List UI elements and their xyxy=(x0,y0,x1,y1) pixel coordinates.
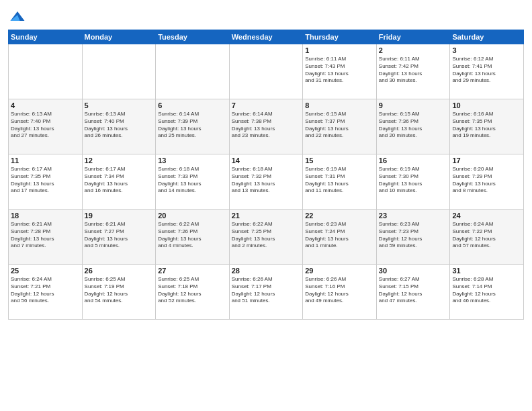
logo xyxy=(8,7,30,26)
calendar-cell: 24Sunrise: 6:24 AM Sunset: 7:22 PM Dayli… xyxy=(450,210,524,265)
day-info: Sunrise: 6:27 AM Sunset: 7:15 PM Dayligh… xyxy=(379,276,448,305)
day-number: 3 xyxy=(452,46,521,54)
day-number: 31 xyxy=(452,267,521,275)
day-info: Sunrise: 6:25 AM Sunset: 7:19 PM Dayligh… xyxy=(85,276,154,305)
calendar-cell: 11Sunrise: 6:17 AM Sunset: 7:35 PM Dayli… xyxy=(9,154,83,210)
calendar-cell: 6Sunrise: 6:14 AM Sunset: 7:39 PM Daylig… xyxy=(156,99,230,154)
calendar-cell xyxy=(9,44,83,99)
calendar-cell: 17Sunrise: 6:20 AM Sunset: 7:29 PM Dayli… xyxy=(450,154,524,210)
day-info: Sunrise: 6:23 AM Sunset: 7:23 PM Dayligh… xyxy=(379,221,448,250)
day-number: 18 xyxy=(11,212,80,220)
calendar-cell: 8Sunrise: 6:15 AM Sunset: 7:37 PM Daylig… xyxy=(303,99,377,154)
day-info: Sunrise: 6:11 AM Sunset: 7:42 PM Dayligh… xyxy=(379,56,448,85)
day-info: Sunrise: 6:24 AM Sunset: 7:21 PM Dayligh… xyxy=(11,276,80,305)
day-number: 24 xyxy=(452,212,521,220)
calendar-cell: 23Sunrise: 6:23 AM Sunset: 7:23 PM Dayli… xyxy=(376,210,450,265)
day-number: 15 xyxy=(305,156,374,165)
calendar-cell: 9Sunrise: 6:15 AM Sunset: 7:36 PM Daylig… xyxy=(376,99,450,154)
day-info: Sunrise: 6:22 AM Sunset: 7:25 PM Dayligh… xyxy=(232,221,301,250)
day-info: Sunrise: 6:26 AM Sunset: 7:16 PM Dayligh… xyxy=(305,276,374,305)
day-info: Sunrise: 6:14 AM Sunset: 7:39 PM Dayligh… xyxy=(158,111,227,140)
calendar-cell: 31Sunrise: 6:28 AM Sunset: 7:14 PM Dayli… xyxy=(450,265,524,320)
header xyxy=(8,7,524,26)
day-info: Sunrise: 6:17 AM Sunset: 7:34 PM Dayligh… xyxy=(85,166,154,195)
calendar-cell xyxy=(229,44,303,99)
day-header-thursday: Thursday xyxy=(303,30,377,44)
calendar-cell: 14Sunrise: 6:18 AM Sunset: 7:32 PM Dayli… xyxy=(229,154,303,210)
day-header-wednesday: Wednesday xyxy=(229,30,303,44)
day-header-tuesday: Tuesday xyxy=(156,30,230,44)
day-info: Sunrise: 6:19 AM Sunset: 7:30 PM Dayligh… xyxy=(379,166,448,195)
logo-icon xyxy=(8,7,27,26)
week-row-0: 1Sunrise: 6:11 AM Sunset: 7:43 PM Daylig… xyxy=(9,44,524,99)
day-number: 10 xyxy=(452,101,521,109)
day-number: 17 xyxy=(452,156,521,165)
week-row-3: 18Sunrise: 6:21 AM Sunset: 7:28 PM Dayli… xyxy=(9,210,524,265)
day-info: Sunrise: 6:16 AM Sunset: 7:35 PM Dayligh… xyxy=(452,111,521,140)
day-info: Sunrise: 6:17 AM Sunset: 7:35 PM Dayligh… xyxy=(11,166,80,195)
day-number: 13 xyxy=(158,156,227,165)
day-number: 8 xyxy=(305,101,374,109)
calendar-cell: 5Sunrise: 6:13 AM Sunset: 7:40 PM Daylig… xyxy=(82,99,156,154)
calendar-cell: 21Sunrise: 6:22 AM Sunset: 7:25 PM Dayli… xyxy=(229,210,303,265)
calendar-cell: 7Sunrise: 6:14 AM Sunset: 7:38 PM Daylig… xyxy=(229,99,303,154)
day-header-saturday: Saturday xyxy=(450,30,524,44)
day-number: 27 xyxy=(158,267,227,275)
day-number: 11 xyxy=(11,156,80,165)
day-info: Sunrise: 6:13 AM Sunset: 7:40 PM Dayligh… xyxy=(11,111,80,140)
calendar-cell: 13Sunrise: 6:18 AM Sunset: 7:33 PM Dayli… xyxy=(156,154,230,210)
calendar-cell: 18Sunrise: 6:21 AM Sunset: 7:28 PM Dayli… xyxy=(9,210,83,265)
calendar-cell: 1Sunrise: 6:11 AM Sunset: 7:43 PM Daylig… xyxy=(303,44,377,99)
calendar-cell: 16Sunrise: 6:19 AM Sunset: 7:30 PM Dayli… xyxy=(376,154,450,210)
day-info: Sunrise: 6:26 AM Sunset: 7:17 PM Dayligh… xyxy=(232,276,301,305)
day-info: Sunrise: 6:28 AM Sunset: 7:14 PM Dayligh… xyxy=(452,276,521,305)
calendar-cell: 12Sunrise: 6:17 AM Sunset: 7:34 PM Dayli… xyxy=(82,154,156,210)
week-row-1: 4Sunrise: 6:13 AM Sunset: 7:40 PM Daylig… xyxy=(9,99,524,154)
calendar-table: SundayMondayTuesdayWednesdayThursdayFrid… xyxy=(8,30,524,320)
day-number: 2 xyxy=(379,46,448,54)
week-row-2: 11Sunrise: 6:17 AM Sunset: 7:35 PM Dayli… xyxy=(9,154,524,210)
day-info: Sunrise: 6:11 AM Sunset: 7:43 PM Dayligh… xyxy=(305,56,374,85)
day-number: 14 xyxy=(232,156,301,165)
day-number: 26 xyxy=(85,267,154,275)
day-number: 28 xyxy=(232,267,301,275)
calendar-cell xyxy=(156,44,230,99)
day-number: 25 xyxy=(11,267,80,275)
day-number: 30 xyxy=(379,267,448,275)
main-container: SundayMondayTuesdayWednesdayThursdayFrid… xyxy=(0,0,532,411)
calendar-cell: 25Sunrise: 6:24 AM Sunset: 7:21 PM Dayli… xyxy=(9,265,83,320)
day-info: Sunrise: 6:15 AM Sunset: 7:36 PM Dayligh… xyxy=(379,111,448,140)
day-info: Sunrise: 6:18 AM Sunset: 7:32 PM Dayligh… xyxy=(232,166,301,195)
day-number: 6 xyxy=(158,101,227,109)
calendar-cell: 29Sunrise: 6:26 AM Sunset: 7:16 PM Dayli… xyxy=(303,265,377,320)
day-number: 19 xyxy=(85,212,154,220)
day-info: Sunrise: 6:23 AM Sunset: 7:24 PM Dayligh… xyxy=(305,221,374,250)
day-info: Sunrise: 6:15 AM Sunset: 7:37 PM Dayligh… xyxy=(305,111,374,140)
week-row-4: 25Sunrise: 6:24 AM Sunset: 7:21 PM Dayli… xyxy=(9,265,524,320)
day-number: 5 xyxy=(85,101,154,109)
day-info: Sunrise: 6:20 AM Sunset: 7:29 PM Dayligh… xyxy=(452,166,521,195)
day-number: 1 xyxy=(305,46,374,54)
day-info: Sunrise: 6:13 AM Sunset: 7:40 PM Dayligh… xyxy=(85,111,154,140)
calendar-cell: 28Sunrise: 6:26 AM Sunset: 7:17 PM Dayli… xyxy=(229,265,303,320)
calendar-cell: 10Sunrise: 6:16 AM Sunset: 7:35 PM Dayli… xyxy=(450,99,524,154)
day-number: 16 xyxy=(379,156,448,165)
day-number: 20 xyxy=(158,212,227,220)
day-number: 29 xyxy=(305,267,374,275)
day-info: Sunrise: 6:21 AM Sunset: 7:28 PM Dayligh… xyxy=(11,221,80,250)
day-info: Sunrise: 6:14 AM Sunset: 7:38 PM Dayligh… xyxy=(232,111,301,140)
day-info: Sunrise: 6:18 AM Sunset: 7:33 PM Dayligh… xyxy=(158,166,227,195)
calendar-cell xyxy=(82,44,156,99)
day-number: 22 xyxy=(305,212,374,220)
day-number: 4 xyxy=(11,101,80,109)
day-info: Sunrise: 6:12 AM Sunset: 7:41 PM Dayligh… xyxy=(452,56,521,85)
day-number: 9 xyxy=(379,101,448,109)
day-header-friday: Friday xyxy=(376,30,450,44)
day-info: Sunrise: 6:21 AM Sunset: 7:27 PM Dayligh… xyxy=(85,221,154,250)
calendar-cell: 20Sunrise: 6:22 AM Sunset: 7:26 PM Dayli… xyxy=(156,210,230,265)
calendar-cell: 26Sunrise: 6:25 AM Sunset: 7:19 PM Dayli… xyxy=(82,265,156,320)
calendar-body: 1Sunrise: 6:11 AM Sunset: 7:43 PM Daylig… xyxy=(9,44,524,320)
calendar-cell: 19Sunrise: 6:21 AM Sunset: 7:27 PM Dayli… xyxy=(82,210,156,265)
calendar-cell: 2Sunrise: 6:11 AM Sunset: 7:42 PM Daylig… xyxy=(376,44,450,99)
day-info: Sunrise: 6:25 AM Sunset: 7:18 PM Dayligh… xyxy=(158,276,227,305)
